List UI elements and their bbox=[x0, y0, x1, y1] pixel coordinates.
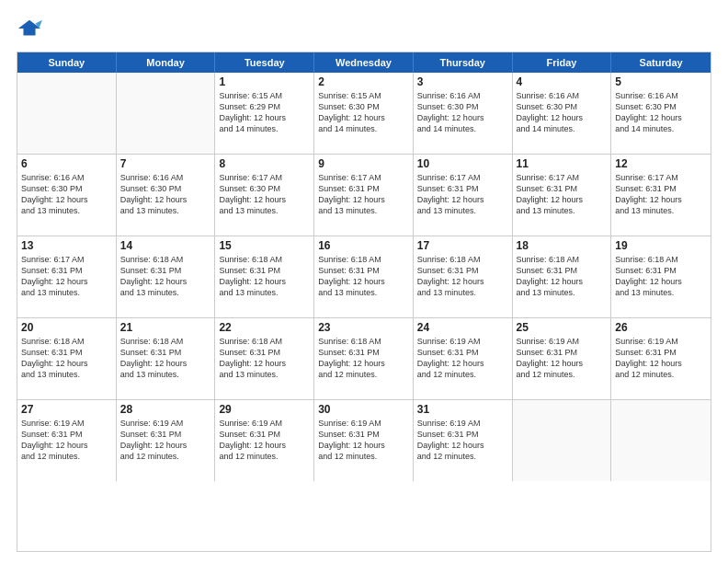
header bbox=[17, 17, 711, 42]
calendar: SundayMondayTuesdayWednesdayThursdayFrid… bbox=[17, 52, 711, 552]
cell-info: Sunrise: 6:16 AM Sunset: 6:30 PM Dayligh… bbox=[517, 90, 608, 135]
cell-info: Sunrise: 6:16 AM Sunset: 6:30 PM Dayligh… bbox=[120, 172, 211, 217]
calendar-header-cell: Saturday bbox=[611, 52, 711, 73]
day-number: 31 bbox=[417, 403, 508, 416]
calendar-cell: 19Sunrise: 6:18 AM Sunset: 6:31 PM Dayli… bbox=[611, 236, 711, 317]
calendar-cell: 23Sunrise: 6:18 AM Sunset: 6:31 PM Dayli… bbox=[314, 318, 414, 399]
day-number: 29 bbox=[219, 403, 310, 416]
calendar-cell: 26Sunrise: 6:19 AM Sunset: 6:31 PM Dayli… bbox=[611, 318, 711, 399]
calendar-cell: 18Sunrise: 6:18 AM Sunset: 6:31 PM Dayli… bbox=[513, 236, 612, 317]
cell-info: Sunrise: 6:19 AM Sunset: 6:31 PM Dayligh… bbox=[21, 418, 112, 463]
cell-info: Sunrise: 6:18 AM Sunset: 6:31 PM Dayligh… bbox=[120, 336, 211, 381]
calendar-cell: 3Sunrise: 6:16 AM Sunset: 6:30 PM Daylig… bbox=[414, 73, 513, 154]
logo bbox=[17, 17, 46, 42]
day-number: 4 bbox=[517, 75, 608, 88]
cell-info: Sunrise: 6:18 AM Sunset: 6:31 PM Dayligh… bbox=[21, 336, 112, 381]
cell-info: Sunrise: 6:19 AM Sunset: 6:31 PM Dayligh… bbox=[318, 418, 409, 463]
cell-info: Sunrise: 6:18 AM Sunset: 6:31 PM Dayligh… bbox=[615, 254, 707, 299]
calendar-cell bbox=[611, 400, 711, 481]
calendar-cell: 13Sunrise: 6:17 AM Sunset: 6:31 PM Dayli… bbox=[17, 236, 117, 317]
cell-info: Sunrise: 6:18 AM Sunset: 6:31 PM Dayligh… bbox=[219, 336, 310, 381]
day-number: 10 bbox=[417, 157, 508, 170]
calendar-cell: 16Sunrise: 6:18 AM Sunset: 6:31 PM Dayli… bbox=[314, 236, 414, 317]
cell-info: Sunrise: 6:19 AM Sunset: 6:31 PM Dayligh… bbox=[120, 418, 211, 463]
day-number: 19 bbox=[615, 239, 707, 252]
day-number: 3 bbox=[417, 75, 508, 88]
cell-info: Sunrise: 6:16 AM Sunset: 6:30 PM Dayligh… bbox=[615, 90, 707, 135]
day-number: 17 bbox=[417, 239, 508, 252]
cell-info: Sunrise: 6:19 AM Sunset: 6:31 PM Dayligh… bbox=[417, 418, 508, 463]
calendar-header-cell: Sunday bbox=[17, 52, 117, 73]
cell-info: Sunrise: 6:17 AM Sunset: 6:31 PM Dayligh… bbox=[615, 172, 707, 217]
calendar-header-cell: Monday bbox=[117, 52, 216, 73]
calendar-cell: 6Sunrise: 6:16 AM Sunset: 6:30 PM Daylig… bbox=[17, 155, 117, 236]
day-number: 23 bbox=[318, 321, 409, 334]
calendar-cell: 10Sunrise: 6:17 AM Sunset: 6:31 PM Dayli… bbox=[414, 155, 513, 236]
calendar-cell: 31Sunrise: 6:19 AM Sunset: 6:31 PM Dayli… bbox=[414, 400, 513, 481]
calendar-cell: 22Sunrise: 6:18 AM Sunset: 6:31 PM Dayli… bbox=[215, 318, 314, 399]
calendar-cell: 24Sunrise: 6:19 AM Sunset: 6:31 PM Dayli… bbox=[414, 318, 513, 399]
calendar-cell: 15Sunrise: 6:18 AM Sunset: 6:31 PM Dayli… bbox=[215, 236, 314, 317]
calendar-cell: 30Sunrise: 6:19 AM Sunset: 6:31 PM Dayli… bbox=[314, 400, 414, 481]
day-number: 24 bbox=[417, 321, 508, 334]
day-number: 7 bbox=[120, 157, 211, 170]
calendar-header-row: SundayMondayTuesdayWednesdayThursdayFrid… bbox=[17, 52, 711, 73]
calendar-header-cell: Friday bbox=[513, 52, 612, 73]
calendar-cell: 14Sunrise: 6:18 AM Sunset: 6:31 PM Dayli… bbox=[117, 236, 216, 317]
calendar-cell: 9Sunrise: 6:17 AM Sunset: 6:31 PM Daylig… bbox=[314, 155, 414, 236]
day-number: 28 bbox=[120, 403, 211, 416]
calendar-cell bbox=[513, 400, 612, 481]
logo-bird-icon bbox=[17, 17, 42, 42]
calendar-week: 20Sunrise: 6:18 AM Sunset: 6:31 PM Dayli… bbox=[17, 318, 711, 400]
cell-info: Sunrise: 6:15 AM Sunset: 6:29 PM Dayligh… bbox=[219, 90, 310, 135]
cell-info: Sunrise: 6:19 AM Sunset: 6:31 PM Dayligh… bbox=[615, 336, 707, 381]
calendar-cell: 17Sunrise: 6:18 AM Sunset: 6:31 PM Dayli… bbox=[414, 236, 513, 317]
cell-info: Sunrise: 6:17 AM Sunset: 6:31 PM Dayligh… bbox=[417, 172, 508, 217]
calendar-cell: 25Sunrise: 6:19 AM Sunset: 6:31 PM Dayli… bbox=[513, 318, 612, 399]
calendar-cell: 4Sunrise: 6:16 AM Sunset: 6:30 PM Daylig… bbox=[513, 73, 612, 154]
calendar-cell bbox=[117, 73, 216, 154]
day-number: 26 bbox=[615, 321, 707, 334]
calendar-cell: 8Sunrise: 6:17 AM Sunset: 6:30 PM Daylig… bbox=[215, 155, 314, 236]
calendar-cell: 27Sunrise: 6:19 AM Sunset: 6:31 PM Dayli… bbox=[17, 400, 117, 481]
cell-info: Sunrise: 6:17 AM Sunset: 6:31 PM Dayligh… bbox=[21, 254, 112, 299]
calendar-cell: 29Sunrise: 6:19 AM Sunset: 6:31 PM Dayli… bbox=[215, 400, 314, 481]
calendar-cell: 21Sunrise: 6:18 AM Sunset: 6:31 PM Dayli… bbox=[117, 318, 216, 399]
day-number: 16 bbox=[318, 239, 409, 252]
day-number: 20 bbox=[21, 321, 112, 334]
day-number: 18 bbox=[517, 239, 608, 252]
calendar-body: 1Sunrise: 6:15 AM Sunset: 6:29 PM Daylig… bbox=[17, 73, 711, 481]
calendar-cell: 5Sunrise: 6:16 AM Sunset: 6:30 PM Daylig… bbox=[611, 73, 711, 154]
calendar-cell bbox=[17, 73, 117, 154]
day-number: 8 bbox=[219, 157, 310, 170]
day-number: 30 bbox=[318, 403, 409, 416]
day-number: 27 bbox=[21, 403, 112, 416]
cell-info: Sunrise: 6:19 AM Sunset: 6:31 PM Dayligh… bbox=[417, 336, 508, 381]
day-number: 5 bbox=[615, 75, 707, 88]
cell-info: Sunrise: 6:17 AM Sunset: 6:30 PM Dayligh… bbox=[219, 172, 310, 217]
cell-info: Sunrise: 6:18 AM Sunset: 6:31 PM Dayligh… bbox=[219, 254, 310, 299]
day-number: 21 bbox=[120, 321, 211, 334]
calendar-cell: 2Sunrise: 6:15 AM Sunset: 6:30 PM Daylig… bbox=[314, 73, 414, 154]
cell-info: Sunrise: 6:16 AM Sunset: 6:30 PM Dayligh… bbox=[21, 172, 112, 217]
cell-info: Sunrise: 6:16 AM Sunset: 6:30 PM Dayligh… bbox=[417, 90, 508, 135]
calendar-header-cell: Wednesday bbox=[314, 52, 414, 73]
calendar-cell: 7Sunrise: 6:16 AM Sunset: 6:30 PM Daylig… bbox=[117, 155, 216, 236]
calendar-cell: 20Sunrise: 6:18 AM Sunset: 6:31 PM Dayli… bbox=[17, 318, 117, 399]
calendar-week: 13Sunrise: 6:17 AM Sunset: 6:31 PM Dayli… bbox=[17, 236, 711, 318]
cell-info: Sunrise: 6:18 AM Sunset: 6:31 PM Dayligh… bbox=[318, 336, 409, 381]
calendar-cell: 28Sunrise: 6:19 AM Sunset: 6:31 PM Dayli… bbox=[117, 400, 216, 481]
cell-info: Sunrise: 6:19 AM Sunset: 6:31 PM Dayligh… bbox=[219, 418, 310, 463]
cell-info: Sunrise: 6:18 AM Sunset: 6:31 PM Dayligh… bbox=[318, 254, 409, 299]
calendar-header-cell: Thursday bbox=[414, 52, 513, 73]
cell-info: Sunrise: 6:18 AM Sunset: 6:31 PM Dayligh… bbox=[120, 254, 211, 299]
cell-info: Sunrise: 6:18 AM Sunset: 6:31 PM Dayligh… bbox=[417, 254, 508, 299]
day-number: 6 bbox=[21, 157, 112, 170]
calendar-week: 1Sunrise: 6:15 AM Sunset: 6:29 PM Daylig… bbox=[17, 73, 711, 155]
calendar-header-cell: Tuesday bbox=[215, 52, 314, 73]
calendar-cell: 11Sunrise: 6:17 AM Sunset: 6:31 PM Dayli… bbox=[513, 155, 612, 236]
day-number: 12 bbox=[615, 157, 707, 170]
svg-marker-0 bbox=[18, 20, 40, 36]
day-number: 13 bbox=[21, 239, 112, 252]
day-number: 22 bbox=[219, 321, 310, 334]
